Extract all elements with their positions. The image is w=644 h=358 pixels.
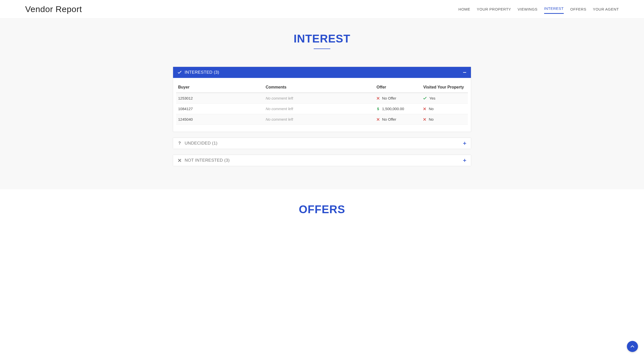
svg-rect-6 xyxy=(464,159,465,162)
cell-comment: No comment left xyxy=(264,93,375,104)
title-underline xyxy=(314,49,330,49)
cell-comment: No comment left xyxy=(264,114,375,125)
minus-icon xyxy=(463,71,466,74)
nav-home[interactable]: HOME xyxy=(458,6,470,13)
panel-undecided: ? UNDECIDED (1) xyxy=(173,138,471,149)
nav-offers[interactable]: OFFERS xyxy=(570,6,586,13)
header: Vendor Report HOME YOUR PROPERTY VIEWING… xyxy=(0,0,644,19)
check-icon xyxy=(178,70,182,74)
panel-interested-title: INTERESTED (3) xyxy=(185,70,219,75)
plus-icon xyxy=(463,159,466,162)
table-row: 1253012 No comment left No Offer xyxy=(176,93,468,104)
col-comments: Comments xyxy=(264,82,375,93)
table-row: 1084127 No comment left $ 1,500,000.00 xyxy=(176,104,468,114)
x-icon xyxy=(423,118,426,121)
nav-interest[interactable]: INTEREST xyxy=(544,5,564,14)
col-offer: Offer xyxy=(375,82,421,93)
cell-buyer: 1084127 xyxy=(176,104,264,114)
cell-offer: No Offer xyxy=(375,93,421,104)
offer-text: No Offer xyxy=(382,96,396,100)
offers-section: OFFERS xyxy=(0,189,644,233)
cell-buyer: 1253012 xyxy=(176,93,264,104)
site-title: Vendor Report xyxy=(25,4,82,14)
cell-comment: No comment left xyxy=(264,104,375,114)
offer-text: 1,500,000.00 xyxy=(382,107,404,111)
interest-section: INTEREST INTERESTED (3) xyxy=(0,19,644,189)
panel-not-interested-header[interactable]: NOT INTERESTED (3) xyxy=(173,155,471,166)
check-icon xyxy=(423,97,427,100)
cell-visited: No xyxy=(421,114,468,125)
nav-your-agent[interactable]: YOUR AGENT xyxy=(593,6,619,13)
offer-text: No Offer xyxy=(382,117,396,121)
question-icon: ? xyxy=(178,141,182,145)
interest-title: INTEREST xyxy=(173,32,471,45)
panel-not-interested: NOT INTERESTED (3) xyxy=(173,155,471,166)
svg-rect-4 xyxy=(464,142,465,145)
visited-text: No xyxy=(429,117,433,121)
scroll-to-top-button[interactable] xyxy=(627,341,638,352)
cell-offer: No Offer xyxy=(375,114,421,125)
x-icon xyxy=(178,158,182,162)
main-nav: HOME YOUR PROPERTY VIEWINGS INTEREST OFF… xyxy=(458,5,619,14)
table-row: 1245040 No comment left No Offer xyxy=(176,114,468,125)
cell-visited: No xyxy=(421,104,468,114)
panel-interested-header[interactable]: INTERESTED (3) xyxy=(173,67,471,78)
x-icon xyxy=(423,107,426,110)
panel-interested: INTERESTED (3) Buyer Comments Offer Visi… xyxy=(173,67,471,132)
panel-not-interested-title: NOT INTERESTED (3) xyxy=(185,158,230,163)
dollar-icon: $ xyxy=(377,107,380,111)
svg-rect-0 xyxy=(463,72,466,73)
offers-title: OFFERS xyxy=(173,203,471,216)
cell-buyer: 1245040 xyxy=(176,114,264,125)
interested-table: Buyer Comments Offer Visited Your Proper… xyxy=(176,82,468,125)
nav-viewings[interactable]: VIEWINGS xyxy=(518,6,538,13)
panel-undecided-title: UNDECIDED (1) xyxy=(185,141,217,146)
x-icon xyxy=(377,118,380,121)
col-buyer: Buyer xyxy=(176,82,264,93)
chevron-up-icon xyxy=(630,344,635,349)
panel-undecided-header[interactable]: ? UNDECIDED (1) xyxy=(173,138,471,149)
visited-text: No xyxy=(429,107,433,111)
plus-icon xyxy=(463,142,466,145)
nav-your-property[interactable]: YOUR PROPERTY xyxy=(477,6,511,13)
svg-text:$: $ xyxy=(377,107,379,111)
col-visited: Visited Your Property xyxy=(421,82,468,93)
svg-text:?: ? xyxy=(178,141,181,145)
panel-interested-body: Buyer Comments Offer Visited Your Proper… xyxy=(173,78,471,132)
cell-visited: Yes xyxy=(421,93,468,104)
visited-text: Yes xyxy=(429,96,435,100)
x-icon xyxy=(377,97,380,100)
cell-offer: $ 1,500,000.00 xyxy=(375,104,421,114)
